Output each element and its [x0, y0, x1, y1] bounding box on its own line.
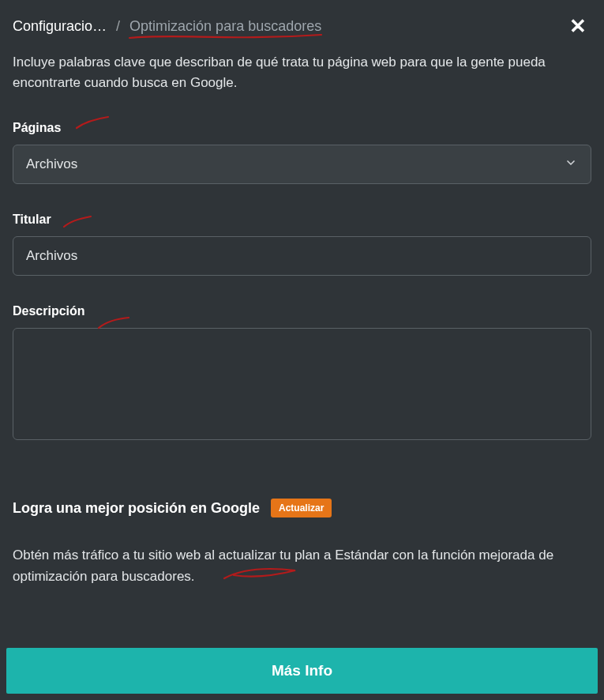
upgrade-heading-row: Logra una mejor posición en Google Actua… [13, 499, 591, 517]
title-input[interactable] [13, 236, 591, 276]
more-info-button[interactable]: Más Info [6, 648, 598, 694]
pages-field-group: Páginas Archivos [0, 121, 604, 184]
title-label: Titular [13, 213, 591, 227]
footer: Más Info [6, 648, 598, 694]
close-icon: ✕ [569, 14, 587, 38]
pages-select-wrap: Archivos [13, 145, 591, 184]
title-field-group: Titular [0, 213, 604, 276]
upgrade-badge[interactable]: Actualizar [271, 499, 332, 517]
upgrade-description: Obtén más tráfico a tu sitio web al actu… [13, 544, 591, 587]
panel-header: Configuracio… / Optimización para buscad… [0, 0, 604, 43]
breadcrumb-root[interactable]: Configuracio… [13, 18, 107, 35]
description-field-group: Descripción [0, 304, 604, 443]
breadcrumb: Configuracio… / Optimización para buscad… [13, 18, 321, 35]
upgrade-heading: Logra una mejor posición en Google [13, 500, 260, 517]
description-textarea[interactable] [13, 328, 591, 440]
pages-label: Páginas [13, 121, 591, 135]
intro-text: Incluye palabras clave que describan de … [0, 43, 604, 92]
description-label: Descripción [13, 304, 591, 318]
breadcrumb-current: Optimización para buscadores [129, 18, 321, 35]
breadcrumb-separator: / [116, 18, 120, 35]
pages-select[interactable]: Archivos [13, 145, 591, 184]
close-button[interactable]: ✕ [565, 16, 591, 36]
upgrade-section: Logra una mejor posición en Google Actua… [0, 499, 604, 587]
